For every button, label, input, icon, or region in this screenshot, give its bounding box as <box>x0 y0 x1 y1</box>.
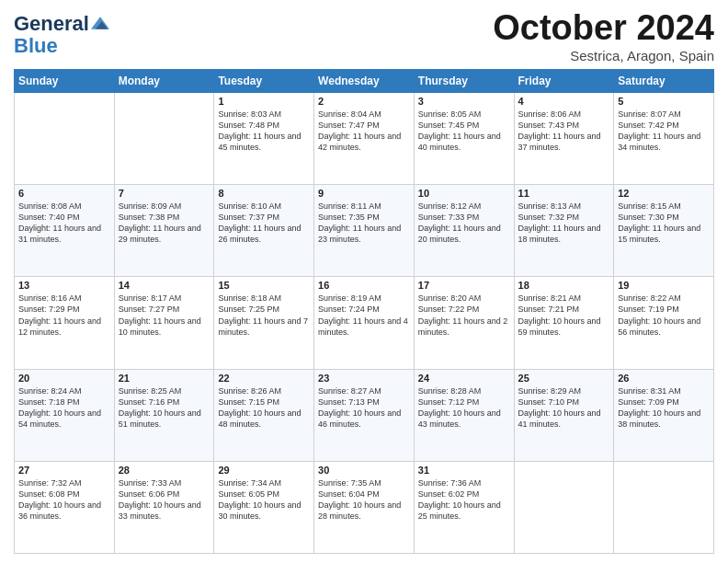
calendar-cell: 22Sunrise: 8:26 AMSunset: 7:15 PMDayligh… <box>214 369 314 461</box>
cell-info: Sunrise: 7:36 AMSunset: 6:02 PMDaylight:… <box>418 477 510 523</box>
calendar-cell: 21Sunrise: 8:25 AMSunset: 7:16 PMDayligh… <box>114 369 214 461</box>
weekday-header-friday: Friday <box>514 69 614 92</box>
calendar-cell: 11Sunrise: 8:13 AMSunset: 7:32 PMDayligh… <box>514 185 614 277</box>
calendar-cell: 15Sunrise: 8:18 AMSunset: 7:25 PMDayligh… <box>214 277 314 369</box>
day-number: 22 <box>218 373 310 384</box>
day-number: 8 <box>218 188 310 199</box>
day-number: 30 <box>318 465 410 476</box>
calendar-cell: 24Sunrise: 8:28 AMSunset: 7:12 PMDayligh… <box>414 369 514 461</box>
cell-info: Sunrise: 8:09 AMSunset: 7:38 PMDaylight:… <box>119 201 210 246</box>
calendar-cell: 2Sunrise: 8:04 AMSunset: 7:47 PMDaylight… <box>314 92 415 184</box>
cell-info: Sunrise: 8:03 AMSunset: 7:48 PMDaylight:… <box>218 109 310 154</box>
cell-info: Sunrise: 8:17 AMSunset: 7:27 PMDaylight:… <box>119 293 210 338</box>
calendar-cell: 1Sunrise: 8:03 AMSunset: 7:48 PMDaylight… <box>214 92 314 184</box>
day-number: 29 <box>218 465 310 476</box>
calendar-week-3: 13Sunrise: 8:16 AMSunset: 7:29 PMDayligh… <box>15 277 714 369</box>
calendar-week-5: 27Sunrise: 7:32 AMSunset: 6:08 PMDayligh… <box>15 461 714 553</box>
cell-info: Sunrise: 8:07 AMSunset: 7:42 PMDaylight:… <box>618 109 710 154</box>
calendar-cell: 16Sunrise: 8:19 AMSunset: 7:24 PMDayligh… <box>314 277 415 369</box>
day-number: 4 <box>518 96 610 107</box>
day-number: 13 <box>18 280 110 291</box>
calendar-week-1: 1Sunrise: 8:03 AMSunset: 7:48 PMDaylight… <box>15 92 714 184</box>
calendar-cell: 28Sunrise: 7:33 AMSunset: 6:06 PMDayligh… <box>114 461 214 553</box>
calendar-cell <box>15 92 115 184</box>
cell-info: Sunrise: 7:33 AMSunset: 6:06 PMDaylight:… <box>119 477 210 523</box>
day-number: 16 <box>318 280 410 291</box>
calendar-week-2: 6Sunrise: 8:08 AMSunset: 7:40 PMDaylight… <box>15 185 714 277</box>
day-number: 25 <box>518 373 610 384</box>
cell-info: Sunrise: 8:19 AMSunset: 7:24 PMDaylight:… <box>318 293 410 338</box>
day-number: 17 <box>418 280 510 291</box>
cell-info: Sunrise: 8:24 AMSunset: 7:18 PMDaylight:… <box>18 385 110 431</box>
cell-info: Sunrise: 8:21 AMSunset: 7:21 PMDaylight:… <box>518 293 610 338</box>
day-number: 19 <box>618 280 710 291</box>
header: General Blue October 2024 Sestrica, Arag… <box>14 9 714 63</box>
calendar-cell: 25Sunrise: 8:29 AMSunset: 7:10 PMDayligh… <box>514 369 614 461</box>
calendar-week-4: 20Sunrise: 8:24 AMSunset: 7:18 PMDayligh… <box>15 369 714 461</box>
calendar-cell: 17Sunrise: 8:20 AMSunset: 7:22 PMDayligh… <box>414 277 514 369</box>
day-number: 2 <box>318 96 410 107</box>
day-number: 28 <box>119 465 210 476</box>
cell-info: Sunrise: 8:18 AMSunset: 7:25 PMDaylight:… <box>218 293 310 338</box>
day-number: 11 <box>518 188 610 199</box>
day-number: 5 <box>618 96 710 107</box>
calendar-cell: 29Sunrise: 7:34 AMSunset: 6:05 PMDayligh… <box>214 461 314 553</box>
cell-info: Sunrise: 8:31 AMSunset: 7:09 PMDaylight:… <box>618 385 710 431</box>
calendar-cell: 3Sunrise: 8:05 AMSunset: 7:45 PMDaylight… <box>414 92 514 184</box>
title-block: October 2024 Sestrica, Aragon, Spain <box>493 9 714 63</box>
cell-info: Sunrise: 8:28 AMSunset: 7:12 PMDaylight:… <box>418 385 510 431</box>
calendar-table: SundayMondayTuesdayWednesdayThursdayFrid… <box>14 69 714 554</box>
day-number: 20 <box>18 373 110 384</box>
calendar-cell: 10Sunrise: 8:12 AMSunset: 7:33 PMDayligh… <box>414 185 514 277</box>
day-number: 15 <box>218 280 310 291</box>
calendar-cell: 19Sunrise: 8:22 AMSunset: 7:19 PMDayligh… <box>614 277 714 369</box>
calendar-cell: 31Sunrise: 7:36 AMSunset: 6:02 PMDayligh… <box>414 461 514 553</box>
cell-info: Sunrise: 8:13 AMSunset: 7:32 PMDaylight:… <box>518 201 610 246</box>
cell-info: Sunrise: 7:32 AMSunset: 6:08 PMDaylight:… <box>18 477 110 523</box>
location-subtitle: Sestrica, Aragon, Spain <box>493 48 714 63</box>
cell-info: Sunrise: 8:27 AMSunset: 7:13 PMDaylight:… <box>318 385 410 431</box>
cell-info: Sunrise: 8:12 AMSunset: 7:33 PMDaylight:… <box>418 201 510 246</box>
day-number: 31 <box>418 465 510 476</box>
cell-info: Sunrise: 8:06 AMSunset: 7:43 PMDaylight:… <box>518 109 610 154</box>
calendar-cell: 6Sunrise: 8:08 AMSunset: 7:40 PMDaylight… <box>15 185 115 277</box>
day-number: 23 <box>318 373 410 384</box>
day-number: 24 <box>418 373 510 384</box>
calendar-cell: 30Sunrise: 7:35 AMSunset: 6:04 PMDayligh… <box>314 461 415 553</box>
day-number: 14 <box>119 280 210 291</box>
calendar-cell: 9Sunrise: 8:11 AMSunset: 7:35 PMDaylight… <box>314 185 415 277</box>
cell-info: Sunrise: 7:34 AMSunset: 6:05 PMDaylight:… <box>218 477 310 523</box>
day-number: 12 <box>618 188 710 199</box>
calendar-cell: 7Sunrise: 8:09 AMSunset: 7:38 PMDaylight… <box>114 185 214 277</box>
calendar-cell <box>614 461 714 553</box>
calendar-cell <box>114 92 214 184</box>
day-number: 3 <box>418 96 510 107</box>
cell-info: Sunrise: 7:35 AMSunset: 6:04 PMDaylight:… <box>318 477 410 523</box>
cell-info: Sunrise: 8:08 AMSunset: 7:40 PMDaylight:… <box>18 201 110 246</box>
calendar-cell: 4Sunrise: 8:06 AMSunset: 7:43 PMDaylight… <box>514 92 614 184</box>
month-title: October 2024 <box>493 9 714 48</box>
cell-info: Sunrise: 8:10 AMSunset: 7:37 PMDaylight:… <box>218 201 310 246</box>
weekday-header-sunday: Sunday <box>15 69 115 92</box>
cell-info: Sunrise: 8:26 AMSunset: 7:15 PMDaylight:… <box>218 385 310 431</box>
logo-text-blue: Blue <box>14 34 58 57</box>
day-number: 21 <box>119 373 210 384</box>
cell-info: Sunrise: 8:25 AMSunset: 7:16 PMDaylight:… <box>119 385 210 431</box>
cell-info: Sunrise: 8:15 AMSunset: 7:30 PMDaylight:… <box>618 201 710 246</box>
day-number: 18 <box>518 280 610 291</box>
cell-info: Sunrise: 8:04 AMSunset: 7:47 PMDaylight:… <box>318 109 410 154</box>
calendar-cell <box>514 461 614 553</box>
calendar-cell: 8Sunrise: 8:10 AMSunset: 7:37 PMDaylight… <box>214 185 314 277</box>
weekday-header-saturday: Saturday <box>614 69 714 92</box>
calendar-cell: 26Sunrise: 8:31 AMSunset: 7:09 PMDayligh… <box>614 369 714 461</box>
calendar-header-row: SundayMondayTuesdayWednesdayThursdayFrid… <box>15 69 714 92</box>
calendar-cell: 20Sunrise: 8:24 AMSunset: 7:18 PMDayligh… <box>15 369 115 461</box>
day-number: 9 <box>318 188 410 199</box>
cell-info: Sunrise: 8:16 AMSunset: 7:29 PMDaylight:… <box>18 293 110 338</box>
day-number: 7 <box>119 188 210 199</box>
cell-info: Sunrise: 8:29 AMSunset: 7:10 PMDaylight:… <box>518 385 610 431</box>
calendar-cell: 12Sunrise: 8:15 AMSunset: 7:30 PMDayligh… <box>614 185 714 277</box>
day-number: 1 <box>218 96 310 107</box>
calendar-cell: 5Sunrise: 8:07 AMSunset: 7:42 PMDaylight… <box>614 92 714 184</box>
logo: General Blue <box>14 13 109 57</box>
